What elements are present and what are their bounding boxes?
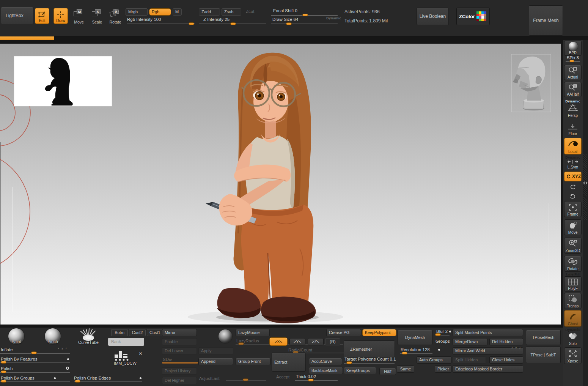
xpose-button[interactable]: Xpose (564, 347, 582, 364)
zcolor-button[interactable]: ZColor (456, 8, 490, 25)
accucurve-button[interactable]: AccuCurve (309, 358, 342, 365)
spix-slider[interactable]: SPix 3 (564, 55, 582, 65)
apply-button[interactable]: Apply (198, 347, 233, 354)
close-holes-button[interactable]: Close Holes (489, 356, 523, 364)
scale-tool[interactable]: S Scale (90, 9, 104, 24)
z-intensity-handle[interactable] (230, 22, 236, 25)
blur-dot[interactable] (449, 331, 451, 332)
rgb-intensity-slider[interactable] (127, 24, 195, 24)
tab-botm[interactable]: Botm (111, 329, 128, 336)
draw-size-slider[interactable] (271, 24, 338, 24)
del-hidden-button[interactable]: Del Hidden (489, 338, 523, 345)
floor-button[interactable]: Floor (564, 122, 582, 136)
viewport-canvas[interactable] (0, 44, 561, 325)
solo-button[interactable]: Solo (564, 331, 582, 346)
dynamesh-button[interactable]: DynaMesh (398, 330, 432, 345)
tray-toggle-arrows[interactable] (583, 181, 588, 185)
lazyradius-handle[interactable] (238, 342, 244, 345)
xyz-button[interactable]: XYZ (564, 172, 582, 181)
alpha-sphere-icon[interactable] (219, 329, 232, 343)
rotate-view-button[interactable]: Rotate (564, 256, 582, 272)
polish-ring[interactable] (66, 367, 69, 370)
back-field[interactable]: Back (108, 338, 144, 346)
thick-handle[interactable] (308, 379, 314, 381)
tpose-subt-button[interactable]: TPose | SubT (526, 347, 561, 363)
spix-handle[interactable] (569, 60, 574, 62)
sym-z-button[interactable]: >Z< (308, 338, 324, 345)
picker-button[interactable]: Picker (435, 366, 451, 373)
draw-size-handle[interactable] (286, 22, 292, 25)
actual-button[interactable]: Actual (564, 65, 582, 80)
zsub-button[interactable]: Zsub (222, 8, 241, 16)
focal-shift-handle[interactable] (302, 14, 308, 16)
zcut-button[interactable]: Zcut (246, 9, 254, 14)
tab-cust2[interactable]: Cust2 (129, 329, 146, 336)
sdiv-slider[interactable] (162, 362, 198, 364)
project-history-button[interactable]: Project History (162, 367, 197, 375)
resolution-handle[interactable] (402, 352, 407, 354)
viewport[interactable] (0, 44, 561, 325)
adjust-last-handle[interactable] (243, 378, 248, 381)
bpr-button[interactable]: BPR (564, 41, 582, 56)
sym-x-button[interactable]: >X< (269, 337, 288, 346)
append-button[interactable]: Append (198, 358, 233, 365)
lazymouse-button[interactable]: LazyMouse (236, 329, 270, 336)
del-lower-button[interactable]: Del Lower (162, 347, 197, 354)
curvetube-brush-icon[interactable] (78, 328, 99, 341)
mirror-button[interactable]: Mirror (162, 329, 197, 336)
blur-handle[interactable] (435, 333, 441, 336)
edgeloop-masked-border-button[interactable]: Edgeloop Masked Border (453, 366, 523, 373)
polish-by-features-slider[interactable] (0, 362, 70, 363)
resolution-dot[interactable] (438, 349, 440, 351)
accept-button[interactable]: Accept (276, 375, 289, 379)
polish-by-features-handle[interactable] (1, 361, 6, 364)
zadd-button[interactable]: Zadd (199, 8, 220, 16)
zoom3d-button[interactable]: Zoom3D (564, 238, 582, 254)
polish-slider[interactable] (0, 372, 70, 373)
keep-polypaint-button[interactable]: KeepPolypaint (362, 329, 396, 336)
crease-pg-button[interactable]: Crease PG (326, 329, 361, 336)
tray-divider[interactable] (583, 40, 588, 386)
aahalf-button[interactable]: AAHalf (564, 82, 582, 97)
rotate-tool[interactable]: R Rotate (108, 9, 122, 24)
rgb-button[interactable]: Rgb (149, 8, 171, 16)
transp-button[interactable]: Transp (564, 293, 582, 309)
split-masked-points-button[interactable]: Split Masked Points (453, 329, 523, 336)
polyf-button[interactable]: PolyF (564, 276, 582, 291)
auto-groups-button[interactable]: Auto Groups (417, 356, 451, 364)
local-button[interactable]: Local (564, 138, 582, 154)
frame-button[interactable]: Frame (564, 201, 582, 217)
backfacemask-button[interactable]: BackfaceMask (309, 367, 343, 374)
tab-cust1[interactable]: Cust1 (147, 329, 163, 336)
lightbox-button[interactable]: LightBox (1, 7, 33, 24)
live-boolean-button[interactable]: Live Boolean (417, 8, 449, 25)
polish-handle[interactable] (1, 370, 6, 373)
del-higher-button[interactable]: Del Higher (162, 377, 197, 384)
same-button[interactable]: Same (397, 366, 414, 373)
spin-right-button[interactable] (564, 192, 582, 202)
target-polygons-handle[interactable] (346, 361, 352, 364)
extract-button[interactable]: Extract (272, 353, 306, 372)
edit-button[interactable]: Edit (35, 8, 49, 24)
zremesher-button[interactable]: ZRemesher (344, 340, 395, 358)
inflate-handle[interactable] (31, 351, 37, 354)
frame-mesh-button[interactable]: Frame Mesh (529, 5, 563, 36)
polish-by-features-dot[interactable] (67, 358, 69, 360)
sym-r-button[interactable]: (R) (325, 338, 340, 345)
polish-crisp-edges-slider[interactable] (74, 381, 142, 382)
polish-by-groups-handle[interactable] (1, 380, 6, 383)
lsym-button[interactable]: L.Sym (564, 160, 582, 170)
tray-grip[interactable] (583, 154, 587, 220)
half-button[interactable]: Half (379, 368, 396, 375)
tposemesh-button[interactable]: TPoseMesh (526, 330, 561, 345)
enable-button[interactable]: Enable (162, 338, 197, 345)
split-hidden-button[interactable]: Split Hidden (453, 356, 486, 364)
group-front-button[interactable]: Group Front (236, 358, 270, 365)
move-view-button[interactable]: Move (564, 219, 582, 235)
polish-crisp-edges-handle[interactable] (75, 380, 80, 383)
polish-by-groups-slider[interactable] (0, 381, 70, 382)
move-tool[interactable]: M Move (72, 9, 86, 24)
persp-button[interactable]: Persp (564, 103, 582, 118)
polish-crisp-edges-dot[interactable] (140, 377, 141, 379)
mrgb-button[interactable]: Mrgb (126, 8, 148, 16)
